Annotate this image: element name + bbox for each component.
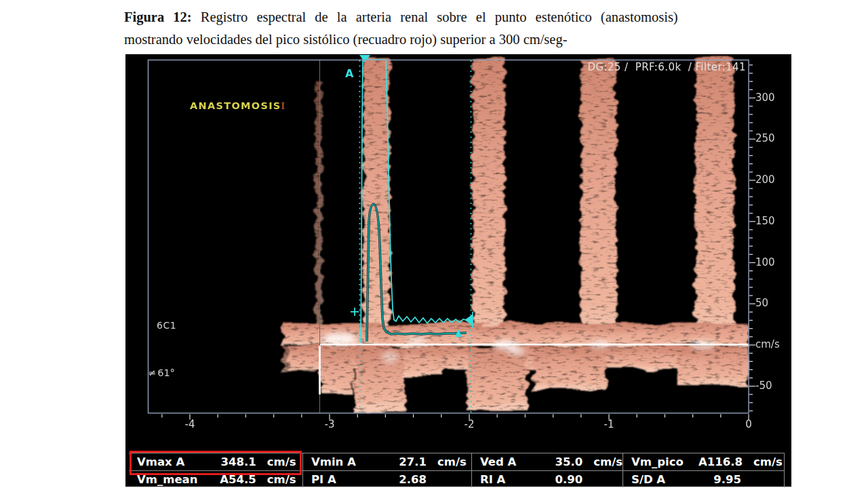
caption-line1: Figura 12: Registro espectral de la arte… <box>124 9 678 24</box>
x-axis-label: 0 <box>736 418 761 430</box>
y-axis-label: 250 <box>755 132 787 144</box>
y-axis-label: 200 <box>755 174 787 186</box>
angle-value: 61° <box>157 367 175 378</box>
caliper-cross-icon <box>351 308 359 316</box>
doppler-gate-label: A <box>345 67 353 80</box>
y-axis-label: cm/s <box>755 338 787 350</box>
figure-number: Figura 12: <box>124 9 192 24</box>
annotation-label: ANASTOMOSISI <box>190 100 286 112</box>
measurement-vmin-a: Vmin A27.1cm/s <box>302 453 471 471</box>
measurement-vm_pico: Vm_picoA116.8cm/s <box>623 453 784 471</box>
vmax-highlight-box <box>130 451 302 475</box>
x-axis-label: -3 <box>317 418 342 430</box>
measurement-ri-a: RI A0.90 <box>471 471 623 487</box>
angle-correction-icon: ≠ <box>148 367 156 378</box>
angle-correction-label: ≠61° <box>148 367 176 378</box>
measurement-s-d-a: S/D A9.95 <box>623 471 784 487</box>
y-axis-label: 50 <box>755 297 787 309</box>
y-axis-label: 300 <box>755 92 787 104</box>
x-axis-label: -4 <box>178 418 202 430</box>
text-cursor: I <box>281 100 286 111</box>
caption-line2: mostrando velocidades del pico sistólico… <box>124 32 568 47</box>
x-axis-label: -2 <box>457 418 481 430</box>
spectral-columns <box>283 58 749 410</box>
y-axis-label: -50 <box>755 380 787 392</box>
measurement-pi-a: PI A2.68 <box>302 471 471 487</box>
y-axis-label: 150 <box>755 215 787 227</box>
figure-caption: Figura 12: Registro espectral de la arte… <box>124 6 843 51</box>
x-axis-label: -1 <box>597 418 621 430</box>
measurement-ved-a: Ved A35.0cm/s <box>471 453 623 471</box>
transducer-label: 6C1 <box>157 320 176 331</box>
doppler-settings-readout: DG:25 / PRF:6.0k / Filter:141 <box>587 61 746 73</box>
zero-baseline <box>319 344 749 346</box>
y-axis-label: 100 <box>755 256 787 268</box>
ultrasound-figure: DG:25 / PRF:6.0k / Filter:141 ANASTOMOSI… <box>125 54 791 487</box>
